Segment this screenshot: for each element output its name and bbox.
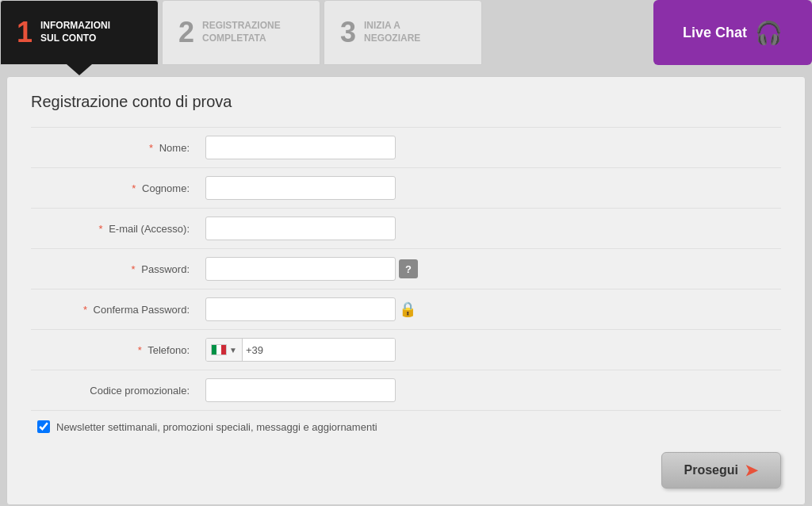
codice-promozionale-input-cell: [205, 370, 781, 411]
password-help-button[interactable]: ?: [399, 259, 418, 278]
step-1-number: 1: [17, 16, 33, 49]
password-required-star: *: [132, 263, 136, 275]
password-input-cell: ?: [205, 249, 781, 289]
lock-icon: 🔒: [399, 301, 416, 318]
cognome-input-cell: [205, 168, 781, 209]
email-input-cell: [205, 209, 781, 249]
newsletter-wrapper: Newsletter settimanali, promozioni speci…: [37, 420, 775, 433]
cognome-required-star: *: [132, 182, 136, 194]
step-2-label: REGISTRAZIONE COMPLETATA: [202, 20, 281, 44]
email-required-star: *: [98, 223, 102, 235]
arrow-right-icon: ➤: [745, 461, 758, 480]
cognome-row: * Cognome:: [31, 168, 781, 209]
conferma-required-star: *: [83, 304, 87, 316]
step-2-number: 2: [178, 16, 194, 49]
step-1-label: INFORMAZIONI SUL CONTO: [40, 20, 110, 44]
italy-flag-icon: [211, 344, 227, 355]
live-chat-label: Live Chat: [683, 25, 747, 41]
password-row: * Password: ?: [31, 249, 781, 289]
codice-promozionale-label: Codice promozionale:: [31, 370, 205, 411]
telefono-row: * Telefono: ▼ +39: [31, 330, 781, 370]
cognome-input[interactable]: [205, 176, 396, 200]
nome-input-cell: [205, 128, 781, 168]
cognome-label: * Cognome:: [31, 168, 205, 209]
email-label: * E-mail (Accesso):: [31, 209, 205, 249]
prosegui-label: Prosegui: [684, 463, 738, 477]
step-3-number: 3: [340, 16, 356, 49]
submit-row: Prosegui ➤: [31, 443, 781, 489]
phone-wrapper: ▼ +39: [205, 338, 396, 362]
conferma-password-wrapper: 🔒: [205, 297, 775, 321]
telefono-required-star: *: [138, 344, 142, 356]
newsletter-cell: Newsletter settimanali, promozioni speci…: [31, 411, 781, 443]
step-3-tab[interactable]: 3 INIZIA A NEGOZIARE: [324, 0, 482, 65]
conferma-password-input-cell: 🔒: [205, 289, 781, 330]
newsletter-checkbox[interactable]: [37, 420, 50, 433]
conferma-password-label: * Conferma Password:: [31, 289, 205, 330]
nome-row: * Nome:: [31, 128, 781, 168]
conferma-password-row: * Conferma Password: 🔒: [31, 289, 781, 330]
telefono-input-cell: ▼ +39: [205, 330, 781, 370]
top-navigation: 1 INFORMAZIONI SUL CONTO 2 REGISTRAZIONE…: [0, 0, 812, 65]
conferma-password-input[interactable]: [205, 297, 396, 321]
password-wrapper: ?: [205, 257, 775, 281]
password-input[interactable]: [205, 257, 396, 281]
telefono-input[interactable]: [266, 339, 396, 361]
newsletter-row: Newsletter settimanali, promozioni speci…: [31, 411, 781, 443]
newsletter-label[interactable]: Newsletter settimanali, promozioni speci…: [56, 421, 377, 433]
step-3-label: INIZIA A NEGOZIARE: [364, 20, 420, 44]
email-row: * E-mail (Accesso):: [31, 209, 781, 249]
registration-form: * Nome: * Cognome: * E-mail (Accesso):: [31, 127, 781, 443]
live-chat-button[interactable]: Live Chat 🎧: [653, 0, 812, 65]
flag-chevron-icon: ▼: [229, 346, 237, 355]
step-2-tab[interactable]: 2 REGISTRAZIONE COMPLETATA: [162, 0, 320, 65]
codice-promozionale-row: Codice promozionale:: [31, 370, 781, 411]
nome-required-star: *: [149, 142, 153, 154]
nome-label: * Nome:: [31, 128, 205, 168]
telefono-label: * Telefono:: [31, 330, 205, 370]
step-1-tab[interactable]: 1 INFORMAZIONI SUL CONTO: [0, 0, 159, 65]
phone-flag-selector[interactable]: ▼: [206, 339, 243, 361]
phone-country-code: +39: [243, 344, 266, 356]
nome-input[interactable]: [205, 136, 396, 159]
codice-promozionale-input[interactable]: [205, 378, 396, 402]
form-title: Registrazione conto di prova: [31, 93, 781, 111]
main-content: Registrazione conto di prova * Nome: * C…: [6, 76, 806, 505]
password-label: * Password:: [31, 249, 205, 289]
headset-icon: 🎧: [755, 20, 783, 46]
email-input[interactable]: [205, 217, 396, 240]
prosegui-button[interactable]: Prosegui ➤: [661, 452, 781, 489]
